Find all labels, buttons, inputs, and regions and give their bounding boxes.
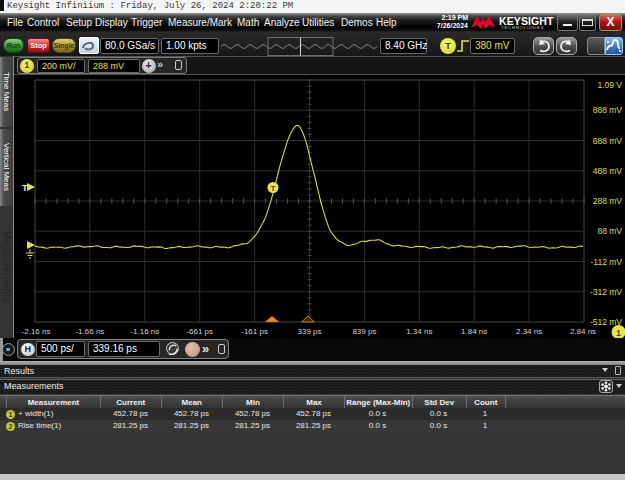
svg-text:-112 mV: -112 mV bbox=[591, 257, 623, 267]
svg-text:488 mV: 488 mV bbox=[593, 166, 623, 176]
svg-text:2.34 ns: 2.34 ns bbox=[516, 327, 542, 336]
svg-text:288 mV: 288 mV bbox=[593, 196, 623, 206]
svg-text:88 mV: 88 mV bbox=[597, 226, 622, 236]
svg-text:1.09 V: 1.09 V bbox=[597, 80, 622, 90]
svg-text:688 mV: 688 mV bbox=[593, 136, 623, 146]
svg-text:1.34 ns: 1.34 ns bbox=[406, 327, 432, 336]
svg-text:-1.66 ns: -1.66 ns bbox=[75, 327, 104, 336]
svg-text:-312 mV: -312 mV bbox=[590, 287, 622, 297]
svg-text:-1.16 ns: -1.16 ns bbox=[130, 327, 159, 336]
svg-text:-661 ps: -661 ps bbox=[186, 327, 213, 336]
svg-text:1: 1 bbox=[616, 328, 621, 338]
svg-text:-161 ps: -161 ps bbox=[241, 327, 268, 336]
svg-text:339 ps: 339 ps bbox=[297, 327, 321, 336]
svg-text:1.84 ns: 1.84 ns bbox=[461, 327, 487, 336]
svg-text:-2.16 ns: -2.16 ns bbox=[22, 327, 51, 336]
svg-text:888 mV: 888 mV bbox=[593, 105, 623, 115]
svg-text:2.84 ns: 2.84 ns bbox=[570, 327, 596, 336]
svg-text:T: T bbox=[271, 184, 276, 193]
svg-text:839 ps: 839 ps bbox=[352, 327, 376, 336]
